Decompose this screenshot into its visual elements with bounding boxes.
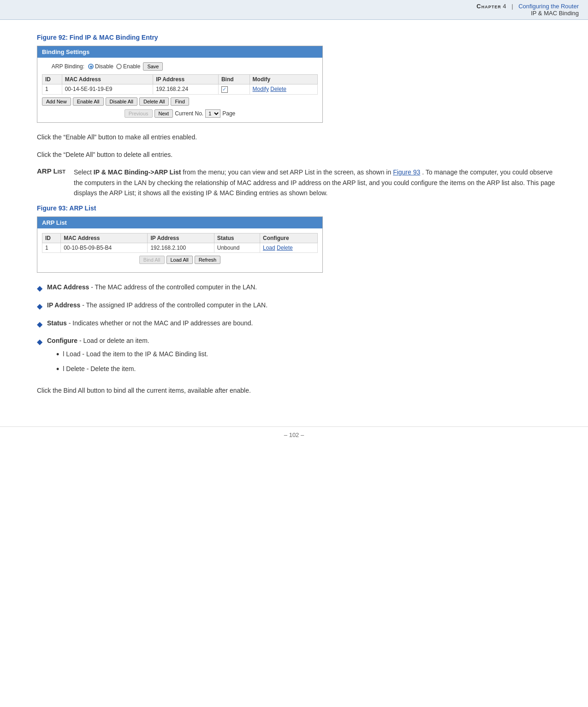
arp-label-col: ARP List [37, 167, 74, 198]
diamond-icon-1: ◆ [37, 282, 42, 294]
col-modify: Modify [249, 75, 317, 84]
add-new-button[interactable]: Add New [42, 97, 71, 106]
para1: Click the “Enable All” button to make al… [37, 132, 560, 142]
cell-bind: ✓ [218, 84, 249, 95]
arp-cell-ip: 192.168.2.100 [148, 243, 214, 253]
arp-text-part2: from the menu; you can view and set ARP … [183, 168, 393, 176]
pagination-row: Previous Next Current No. 1 Page [42, 109, 318, 118]
radio-disable-option[interactable]: Disable [88, 63, 113, 70]
diamond-icon-2: ◆ [37, 300, 42, 312]
load-all-button[interactable]: Load All [166, 256, 193, 264]
sub-bullet-list: • l Load - Load the item to the IP & MAC… [56, 349, 208, 377]
arp-cell-configure: Load Delete [260, 243, 317, 253]
arp-cell-mac: 00-10-B5-09-B5-B4 [61, 243, 148, 253]
arp-text-bold: IP & MAC Binding->ARP List [94, 168, 181, 176]
disable-all-button[interactable]: Disable All [106, 97, 137, 106]
bullet-ip-text: IP Address - The assigned IP address of … [47, 300, 267, 310]
arp-text-part1: Select [74, 168, 94, 176]
figure93-link[interactable]: Figure 93 [393, 168, 420, 176]
radio-enable-dot [116, 64, 122, 69]
arp-col-status: Status [214, 234, 260, 243]
arp-cell-id: 1 [42, 243, 61, 253]
bullet-configure: ◆ Configure - Load or delete an item. • … [37, 336, 560, 379]
dot-icon-2: • [56, 363, 59, 376]
radio-enable-label: Enable [123, 63, 140, 70]
bullet-configure-text: Configure - Load or delete an item. • l … [47, 336, 208, 379]
diamond-icon-3: ◆ [37, 318, 42, 330]
main-content: Figure 92: Find IP & MAC Binding Entry B… [0, 20, 588, 417]
ip-label: IP Address [47, 301, 80, 309]
arp-cell-status: Unbound [214, 243, 260, 253]
arp-col-mac: MAC Address [61, 234, 148, 243]
arp-col-ip: IP Address [148, 234, 214, 243]
footer-para: Click the Bind All button to bind all th… [37, 385, 560, 395]
separator: | [511, 3, 513, 10]
table-row: 1 00-14-5E-91-19-E9 192.168.2.24 ✓ Modif… [42, 84, 318, 95]
chapter-number: 4 [503, 3, 506, 10]
page-footer: – 102 – [0, 426, 588, 448]
mac-desc: - The MAC address of the controlled comp… [91, 283, 257, 291]
find-button[interactable]: Find [171, 97, 189, 106]
modify-link[interactable]: Modify [253, 86, 269, 92]
cell-id: 1 [42, 84, 62, 95]
header-subtitle: IP & MAC Binding [476, 10, 579, 17]
ip-desc: - The assigned IP address of the control… [82, 301, 267, 309]
bullet-status: ◆ Status - Indicates whether or not the … [37, 318, 560, 330]
col-id: ID [42, 75, 62, 84]
bind-checkbox[interactable]: ✓ [221, 86, 228, 93]
diamond-icon-4: ◆ [37, 336, 42, 348]
bind-all-button[interactable]: Bind All [139, 256, 165, 264]
header-chapter: Chapter 4 | Configuring the Router [476, 3, 579, 10]
next-button[interactable]: Next [154, 109, 173, 118]
delete-all-button[interactable]: Delete All [139, 97, 169, 106]
configure-desc: - Load or delete an item. [79, 337, 149, 344]
load-link[interactable]: Load [263, 245, 275, 251]
bullet-list: ◆ MAC Address - The MAC address of the c… [37, 282, 560, 379]
arp-delete-link[interactable]: Delete [277, 245, 293, 251]
sub-delete-text: l Delete - Delete the item. [63, 364, 136, 374]
radio-disable-label: Disable [95, 63, 113, 70]
binding-settings-header: Binding Settings [37, 46, 322, 58]
action-buttons-row: Add New Enable All Disable All Delete Al… [42, 97, 318, 106]
bullet-mac-text: MAC Address - The MAC address of the con… [47, 282, 257, 292]
chapter-label: Chapter [476, 3, 501, 10]
arp-table: ID MAC Address IP Address Status Configu… [42, 233, 318, 253]
col-mac: MAC Address [62, 75, 153, 84]
arp-col-configure: Configure [260, 234, 317, 243]
col-bind: Bind [218, 75, 249, 84]
previous-button[interactable]: Previous [125, 109, 153, 118]
arp-table-row: 1 00-10-B5-09-B5-B4 192.168.2.100 Unboun… [42, 243, 318, 253]
sub-load-text: l Load - Load the item to the IP & MAC B… [63, 349, 208, 359]
cell-mac: 00-14-5E-91-19-E9 [62, 84, 153, 95]
page-header: Chapter 4 | Configuring the Router IP & … [0, 0, 588, 20]
delete-link[interactable]: Delete [270, 86, 286, 92]
radio-enable-option[interactable]: Enable [116, 63, 140, 70]
sub-bullet-delete: • l Delete - Delete the item. [56, 364, 208, 376]
save-button[interactable]: Save [143, 62, 163, 71]
status-label: Status [47, 319, 67, 327]
refresh-button[interactable]: Refresh [195, 256, 221, 264]
para2: Click the “Delete All” button to delete … [37, 150, 560, 160]
cell-ip: 192.168.2.24 [153, 84, 219, 95]
sub-bullet-load: • l Load - Load the item to the IP & MAC… [56, 349, 208, 361]
configure-label: Configure [47, 337, 77, 344]
status-desc: - Indicates whether or not the MAC and I… [69, 319, 253, 327]
arp-list-header: ARP List [37, 217, 322, 228]
current-no-label: Current No. [175, 110, 203, 117]
figure92-screenshot: Binding Settings ARP Binding: Disable En… [37, 46, 323, 123]
dot-icon-1: • [56, 348, 59, 361]
arp-section-label: ARP List [37, 167, 65, 175]
bullet-mac: ◆ MAC Address - The MAC address of the c… [37, 282, 560, 294]
chapter-title: Configuring the Router [518, 3, 579, 10]
page-label: Page [222, 110, 235, 117]
page-select[interactable]: 1 [205, 109, 220, 118]
arp-col-id: ID [42, 234, 61, 243]
arp-binding-label: ARP Binding: [42, 63, 88, 70]
arp-binding-row: ARP Binding: Disable Enable Save [42, 62, 318, 71]
figure93-caption: Figure 93: ARP List [37, 204, 560, 212]
mac-label: MAC Address [47, 283, 89, 291]
enable-all-button[interactable]: Enable All [73, 97, 104, 106]
header-right: Chapter 4 | Configuring the Router IP & … [476, 3, 579, 17]
page-number: – 102 – [284, 431, 304, 438]
arp-list-body: ID MAC Address IP Address Status Configu… [37, 228, 322, 272]
